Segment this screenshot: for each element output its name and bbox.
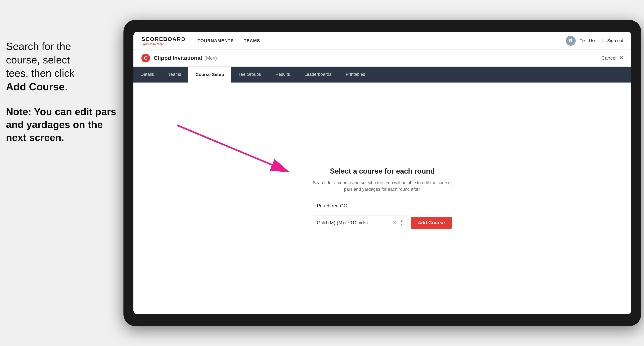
tablet-frame: SCOREBOARD Powered by clippd TOURNAMENTS… bbox=[124, 20, 641, 326]
brand-title: SCOREBOARD bbox=[142, 36, 186, 42]
annotation-block: Search for thecourse, selecttees, then c… bbox=[6, 40, 118, 144]
tab-details[interactable]: Details bbox=[134, 67, 161, 83]
tee-select-row: Gold (M) (M) (7010 yds) ✕ ▲ ▼ Add Course bbox=[313, 215, 452, 230]
tab-leaderboards[interactable]: Leaderboards bbox=[297, 67, 338, 83]
brand-sub: Powered by clippd bbox=[142, 42, 186, 45]
add-course-button[interactable]: Add Course bbox=[410, 217, 452, 229]
cancel-icon: ✕ bbox=[619, 55, 623, 61]
course-select-box: Select a course for each round Search fo… bbox=[313, 167, 452, 230]
tee-dropdown-arrows[interactable]: ▲ ▼ bbox=[400, 219, 403, 226]
annotation-text: Search for thecourse, selecttees, then c… bbox=[6, 40, 74, 92]
tablet-screen: SCOREBOARD Powered by clippd TOURNAMENTS… bbox=[134, 32, 631, 314]
tab-printables[interactable]: Printables bbox=[338, 67, 372, 83]
navbar: SCOREBOARD Powered by clippd TOURNAMENTS… bbox=[134, 32, 631, 50]
tab-teams[interactable]: Teams bbox=[161, 67, 188, 83]
user-area: R Test User | Sign out bbox=[566, 36, 623, 46]
annotation-note: Note: You can edit pars and yardages on … bbox=[6, 105, 118, 144]
tab-results[interactable]: Results bbox=[268, 67, 297, 83]
nav-teams[interactable]: TEAMS bbox=[244, 38, 260, 43]
user-avatar: R bbox=[566, 36, 576, 46]
user-sep: | bbox=[602, 38, 604, 43]
tabs-nav: Details Teams Course Setup Tee Groups Re… bbox=[134, 67, 631, 83]
tee-dropdown[interactable]: Gold (M) (M) (7010 yds) ✕ ▲ ▼ bbox=[313, 215, 408, 230]
main-content: Select a course for each round Search fo… bbox=[134, 83, 631, 314]
tee-value: Gold (M) (M) (7010 yds) bbox=[317, 220, 368, 225]
brand: SCOREBOARD Powered by clippd bbox=[142, 36, 186, 45]
chevron-up-icon[interactable]: ▲ bbox=[400, 219, 403, 222]
tournament-name: Clippd Invitational bbox=[154, 55, 202, 61]
cancel-button[interactable]: Cancel ✕ bbox=[602, 55, 623, 61]
chevron-down-icon[interactable]: ▼ bbox=[400, 223, 403, 226]
tab-tee-groups[interactable]: Tee Groups bbox=[231, 67, 268, 83]
tournament-logo: C bbox=[142, 54, 150, 62]
nav-links: TOURNAMENTS TEAMS bbox=[198, 38, 566, 43]
tournament-header: C Clippd Invitational (Men) Cancel ✕ bbox=[134, 50, 631, 67]
nav-tournaments[interactable]: TOURNAMENTS bbox=[198, 38, 234, 43]
user-name: Test User bbox=[580, 38, 598, 43]
tournament-gender: (Men) bbox=[204, 55, 217, 61]
tab-course-setup[interactable]: Course Setup bbox=[188, 67, 231, 83]
select-subtitle: Search for a course and select a tee. Yo… bbox=[313, 179, 452, 192]
tee-clear-icon[interactable]: ✕ bbox=[393, 220, 396, 225]
course-search-input[interactable] bbox=[313, 200, 452, 212]
sign-out-link[interactable]: Sign out bbox=[607, 38, 623, 43]
select-title: Select a course for each round bbox=[330, 167, 435, 175]
